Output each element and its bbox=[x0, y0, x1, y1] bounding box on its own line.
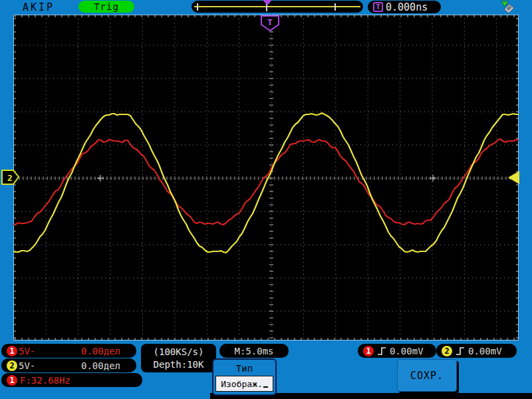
ch2-badge: 2 bbox=[7, 360, 17, 371]
window-tick-left bbox=[197, 3, 198, 11]
menu-type-value-box[interactable]: Изображ. bbox=[215, 376, 273, 392]
trig1-badge: 1 bbox=[363, 346, 374, 356]
waveform-display bbox=[13, 15, 519, 340]
freq-ch-badge: 1 bbox=[7, 375, 17, 386]
trigger-time-value: 0.000ns bbox=[386, 1, 428, 13]
ch2-position-marker-label: 2 bbox=[7, 173, 13, 183]
ch1-scale: 5V- bbox=[19, 346, 35, 356]
sample-rate: (100KS/s) bbox=[154, 346, 204, 357]
ch2-offset: 0.00дел bbox=[81, 360, 131, 371]
save-button-label: СОХР. bbox=[410, 370, 444, 382]
ch2-position-marker[interactable]: 2 bbox=[1, 168, 20, 187]
ch1-trigger-readout: 1 0.00mV bbox=[358, 344, 436, 358]
trigger-time-readout: T 0.000ns bbox=[368, 1, 441, 13]
frequency-value: F:32.68Hz bbox=[20, 375, 70, 386]
ch1-badge: 1 bbox=[7, 346, 17, 356]
trace-ch2 bbox=[13, 113, 519, 253]
timebase-readout: M:5.0ms bbox=[219, 344, 289, 358]
save-button[interactable]: СОХР. bbox=[397, 359, 457, 392]
trigger-position-bar[interactable] bbox=[192, 1, 363, 13]
window-tick-right bbox=[334, 3, 336, 11]
trigger-status-badge: Trig bbox=[78, 1, 134, 13]
ch2-trigger-readout: 2 0.00mV bbox=[436, 344, 517, 358]
trigger-position-pointer[interactable] bbox=[263, 0, 272, 5]
trig1-level: 0.00mV bbox=[390, 346, 424, 356]
trigger-point-shield-label: T bbox=[267, 17, 273, 27]
menu-type-button[interactable]: Тип Изображ. bbox=[212, 358, 277, 396]
menu-type-title: Тип bbox=[213, 363, 275, 374]
oscilloscope-screen: { "colors": { "background_blue": "#0e7fc… bbox=[0, 0, 532, 399]
trigger-point-shield[interactable]: T bbox=[260, 15, 280, 32]
ch2-scale-readout: 2 5V- 0.00дел bbox=[1, 358, 136, 372]
usb-storage-icon bbox=[500, 1, 516, 14]
trigger-status-label: Trig bbox=[94, 1, 119, 12]
text-cursor bbox=[263, 386, 268, 388]
rising-edge-icon bbox=[377, 346, 386, 356]
waveform-svg bbox=[13, 15, 519, 340]
ch2-scale: 5V- bbox=[19, 360, 35, 371]
trigger-t-icon: T bbox=[373, 2, 383, 12]
trigger-level-marker[interactable] bbox=[507, 170, 520, 185]
ch1-scale-readout: 1 5V- 0.00дел bbox=[1, 344, 136, 358]
timebase-value: M:5.0ms bbox=[234, 346, 273, 356]
frequency-readout: 1 F:32.68Hz bbox=[1, 373, 142, 387]
brand-label: AKIP bbox=[23, 1, 55, 13]
memory-depth: Depth:10K bbox=[154, 359, 204, 370]
acquisition-readout: (100KS/s) Depth:10K bbox=[141, 344, 216, 372]
rising-edge-icon bbox=[456, 346, 465, 356]
ch1-offset: 0.00дел bbox=[81, 346, 131, 356]
menu-type-value: Изображ. bbox=[221, 379, 263, 389]
trig2-level: 0.00mV bbox=[468, 346, 502, 356]
trig2-badge: 2 bbox=[442, 346, 452, 356]
